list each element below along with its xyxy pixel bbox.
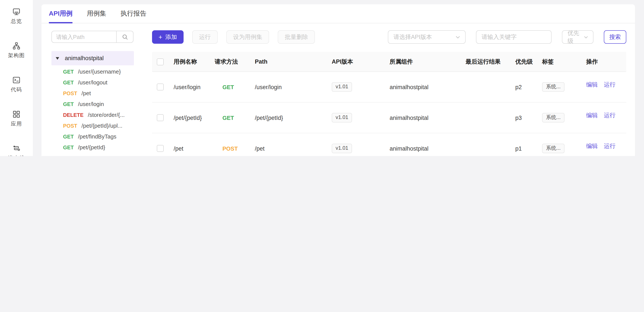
plus-icon: +: [158, 34, 162, 40]
api-path-label: /user/logout: [78, 79, 107, 86]
sidebar-item-label: 架构图: [8, 52, 25, 59]
api-path-label: /pet/{petId}: [78, 144, 105, 150]
set-as-suite-button[interactable]: 设为用例集: [226, 30, 269, 44]
apps-grid-icon: [12, 110, 21, 118]
more-actions-button[interactable]: ...: [586, 92, 594, 93]
row-checkbox-cell: [152, 145, 168, 152]
api-version-badge: v1.01: [332, 113, 352, 122]
tree-item[interactable]: GET/user/login: [52, 99, 141, 109]
column-header-1: 用例名称: [168, 58, 210, 66]
api-tree-panel: animalhostpital GET/user/{username}GET/u…: [42, 23, 141, 156]
version-cell: v1.01: [326, 113, 384, 122]
http-method-label: GET: [63, 69, 74, 75]
http-method-label: DELETE: [63, 112, 84, 118]
run-button[interactable]: 运行: [192, 30, 218, 44]
api-path-label: /pet: [82, 90, 91, 96]
search-button[interactable]: 搜索: [604, 30, 626, 44]
content: animalhostpital GET/user/{username}GET/u…: [42, 23, 635, 156]
run-link[interactable]: 运行: [604, 111, 616, 119]
tag-cell: 系统...: [536, 144, 581, 153]
column-header-9: 操作: [581, 58, 627, 66]
priority-select[interactable]: 优先级: [562, 30, 594, 44]
action-links: 编辑运行: [586, 81, 616, 88]
actions-cell: 编辑运行...: [581, 142, 627, 155]
path-search-button[interactable]: [116, 31, 134, 43]
priority-cell: p2: [505, 84, 536, 90]
sidebar-item-apps[interactable]: 应用: [0, 107, 33, 130]
monitor-icon: [12, 7, 21, 16]
api-version-badge: v1.01: [332, 144, 352, 153]
method-cell: GET: [210, 84, 250, 90]
sidebar-item-pipeline[interactable]: 流水线: [0, 141, 33, 156]
tree-item[interactable]: POST/user/createWit...: [52, 153, 141, 156]
header-checkbox-cell: [152, 58, 168, 65]
api-version-select[interactable]: 请选择API版本: [388, 30, 466, 44]
component-cell: animalhostpital: [384, 145, 460, 152]
actions-cell: 编辑运行...: [581, 81, 627, 93]
tree-item[interactable]: POST/pet: [52, 88, 141, 99]
http-method-label: GET: [63, 79, 74, 85]
search-icon: [122, 34, 128, 40]
http-method-label: GET: [63, 101, 74, 107]
priority-cell: p3: [505, 114, 536, 121]
tree-item[interactable]: POST/pet/{petId}/upl...: [52, 120, 141, 131]
run-link[interactable]: 运行: [604, 81, 616, 88]
method-cell: GET: [210, 114, 250, 121]
select-all-checkbox[interactable]: [157, 58, 164, 65]
edit-link[interactable]: 编辑: [586, 81, 598, 88]
row-checkbox-cell: [152, 114, 168, 121]
api-version-badge: v1.01: [332, 82, 352, 92]
caret-down-icon[interactable]: [56, 57, 59, 60]
run-link[interactable]: 运行: [604, 142, 616, 150]
more-actions-button[interactable]: ...: [586, 122, 594, 124]
tree-item[interactable]: GET/pet/{petId}: [52, 142, 141, 153]
tree-item[interactable]: GET/user/{username}: [52, 66, 141, 77]
api-path-label: /pet/findByTags: [78, 133, 116, 140]
http-method-label: POST: [63, 155, 77, 156]
path-search-input[interactable]: [52, 31, 116, 43]
edit-link[interactable]: 编辑: [586, 111, 598, 119]
row-checkbox-cell: [152, 84, 168, 90]
sidebar-item-label: 代码: [11, 86, 22, 93]
tag-badge: 系统...: [542, 144, 564, 153]
row-checkbox[interactable]: [157, 145, 164, 152]
sidebar-item-code[interactable]: 代码: [0, 73, 33, 96]
tree-search-group: [52, 31, 134, 43]
tag-badge: 系统...: [542, 113, 564, 122]
action-links: 编辑运行: [586, 111, 616, 119]
api-path-label: /store/order/{...: [88, 112, 125, 118]
tree-item[interactable]: GET/pet/findByTags: [52, 131, 141, 142]
row-checkbox[interactable]: [157, 84, 164, 90]
table-header: 用例名称请求方法PathAPI版本所属组件最后运行结果优先级标签操作: [152, 52, 626, 72]
table-row: /pet/{petId}GET/pet/{petId}v1.01animalho…: [152, 103, 626, 133]
tab-run-reports[interactable]: 执行报告: [120, 4, 146, 23]
keyword-input[interactable]: [476, 30, 552, 44]
case-name-cell: /pet/{petId}: [168, 114, 210, 121]
code-icon: [12, 76, 21, 84]
row-checkbox[interactable]: [157, 114, 164, 121]
tag-cell: 系统...: [536, 113, 581, 122]
tree-item[interactable]: DELETE/store/order/{...: [52, 109, 141, 120]
tab-api-cases[interactable]: API用例: [49, 4, 72, 23]
version-cell: v1.01: [326, 82, 384, 92]
sidebar-item-overview[interactable]: 总览: [0, 4, 33, 28]
table-row: /petPOST/petv1.01animalhostpitalp1系统...编…: [152, 133, 626, 156]
add-button[interactable]: + 添加: [152, 30, 184, 44]
tab-case-suites[interactable]: 用例集: [87, 4, 106, 23]
table-area: + 添加 运行 设为用例集 批量删除 请选择API版本: [141, 23, 635, 156]
api-path-label: /user/{username}: [78, 68, 121, 75]
tabbar: API用例用例集执行报告: [42, 4, 635, 23]
sidebar-item-label: 总览: [11, 18, 22, 25]
path-cell: /pet/{petId}: [250, 114, 326, 121]
tree-item[interactable]: GET/user/logout: [52, 77, 141, 88]
tag-badge: 系统...: [542, 82, 564, 92]
case-name-cell: /user/login: [168, 84, 210, 90]
sidebar-item-architecture[interactable]: 架构图: [0, 39, 33, 62]
edit-link[interactable]: 编辑: [586, 142, 598, 150]
batch-delete-button[interactable]: 批量删除: [278, 30, 315, 44]
http-method-label: POST: [63, 123, 77, 129]
tree-root-node[interactable]: animalhostpital: [52, 51, 134, 65]
actions-cell: 编辑运行...: [581, 111, 627, 124]
more-actions-button[interactable]: ...: [586, 153, 594, 155]
toolbar-actions: + 添加 运行 设为用例集 批量删除: [152, 30, 315, 44]
